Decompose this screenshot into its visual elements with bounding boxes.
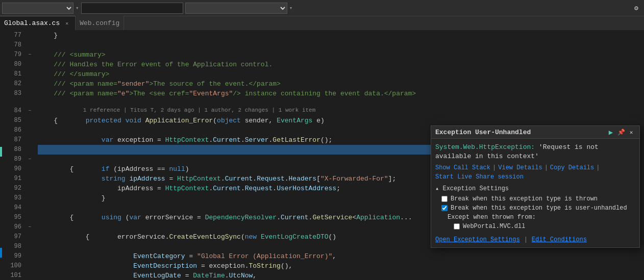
fold-99: [26, 251, 34, 261]
linenum-80: 80: [3, 60, 21, 69]
fold-93: [26, 193, 34, 203]
code-line-100: EventLogDate = DateTime.UtcNow,: [38, 261, 637, 271]
exception-footer: Open Exception Settings | Edit Condition…: [435, 234, 635, 243]
popup-pin-button[interactable]: 📌: [617, 128, 625, 136]
toolbar-separator-2: ▾: [289, 5, 293, 11]
linenum-ref: [3, 98, 21, 106]
fold-84[interactable]: −: [26, 106, 34, 116]
code-line-99: EventDescription = exception.ToString(),: [38, 251, 637, 261]
fold-column: − − − −: [26, 31, 34, 280]
code-line-78: [38, 40, 637, 50]
exception-type-name: System.Web.HttpException:: [435, 143, 535, 151]
linenum-93: 93: [3, 193, 21, 203]
code-line-79: /// <summary>: [38, 50, 637, 60]
toolbar: ▾ ▾ ⚙: [0, 0, 644, 16]
fold-98: [26, 242, 34, 251]
code-line-80: /// Handles the Error event of the Appli…: [38, 60, 637, 69]
show-call-stack-link[interactable]: Show Call Stack: [435, 164, 490, 171]
code-line-101: EventSourceDescription = $"{ipAddress} |…: [38, 271, 637, 280]
break-when-thrown-checkbox[interactable]: [441, 196, 448, 202]
popup-controls: ▶ 📌 ✕: [607, 128, 635, 136]
line-numbers: 77 78 79 80 81 82 83 84 85 86 87 88 89 9…: [3, 31, 26, 280]
exception-type: System.Web.HttpException: 'Request is no…: [435, 143, 635, 161]
dll-checkbox[interactable]: [454, 223, 460, 230]
fold-77: [26, 31, 34, 40]
linenum-81: 81: [3, 69, 21, 79]
code-line-83: /// <param name="e">The <see cref="Event…: [38, 89, 637, 98]
code-line-81: /// </summary>: [38, 69, 637, 79]
fold-88: [26, 145, 34, 155]
fold-91: [26, 174, 34, 184]
fold-100: [26, 261, 34, 271]
fold-87: [26, 135, 34, 145]
tab-label-global-asax: Global.asax.cs: [4, 19, 60, 27]
settings-icon[interactable]: ⚙: [631, 3, 642, 14]
popup-play-button[interactable]: ▶: [607, 128, 615, 136]
fold-90: [26, 164, 34, 174]
toolbar-search-input[interactable]: [81, 3, 183, 14]
linenum-79: 79: [3, 50, 21, 60]
linenum-100: 100: [3, 261, 21, 271]
except-when-label: Except when thrown from:: [435, 213, 635, 222]
fold-89[interactable]: −: [26, 155, 34, 164]
toolbar-dropdown-2[interactable]: [185, 3, 287, 14]
break-when-unhandled-row: Break when this exception type is user-u…: [435, 203, 635, 213]
tab-close-global-asax[interactable]: ✕: [63, 19, 71, 28]
footer-sep: |: [524, 236, 528, 243]
fold-ref: [26, 98, 34, 106]
linenum-84: 84: [3, 106, 21, 116]
open-exception-settings-link[interactable]: Open Exception Settings: [435, 236, 520, 243]
fold-85: [26, 116, 34, 125]
linenum-88: 88: [3, 145, 21, 155]
popup-titlebar: Exception User-Unhandled ▶ 📌 ✕: [431, 126, 639, 139]
tab-global-asax[interactable]: Global.asax.cs ✕: [0, 16, 76, 30]
exception-settings-title: ▴ Exception Settings: [435, 185, 635, 192]
fold-92: [26, 184, 34, 193]
fold-82: [26, 79, 34, 89]
linenum-95: 95: [3, 213, 21, 222]
tab-web-config[interactable]: Web.config: [76, 16, 124, 30]
linenum-98: 98: [3, 242, 21, 251]
linenum-89: 89: [3, 155, 21, 164]
fold-79[interactable]: −: [26, 50, 34, 60]
fold-86: [26, 125, 34, 135]
linenum-91: 91: [3, 174, 21, 184]
tab-label-web-config: Web.config: [80, 19, 119, 27]
break-when-thrown-row: Break when this exception type is thrown: [435, 194, 635, 203]
linenum-92: 92: [3, 184, 21, 193]
linenum-83: 83: [3, 89, 21, 98]
code-line-84: protected void Application_Error(object …: [38, 106, 637, 116]
blue-indicator: [0, 248, 2, 258]
exception-links: Show Call Stack | View Details | Copy De…: [435, 164, 635, 181]
exception-settings-section: ▴ Exception Settings Break when this exc…: [435, 185, 635, 231]
break-when-unhandled-checkbox[interactable]: [441, 205, 448, 211]
toolbar-separator-1: ▾: [76, 5, 79, 11]
fold-97: [26, 232, 34, 242]
fold-78: [26, 40, 34, 50]
tab-bar: Global.asax.cs ✕ Web.config: [0, 16, 644, 31]
link-sep-2: |: [544, 164, 548, 171]
dll-row: WebPortal.MVC.dll: [435, 222, 635, 231]
start-live-share-link[interactable]: Start Live Share session: [435, 173, 524, 181]
linenum-101: 101: [3, 271, 21, 280]
linenum-77: 77: [3, 31, 21, 40]
editor-container: 77 78 79 80 81 82 83 84 85 86 87 88 89 9…: [0, 31, 644, 280]
copy-details-link[interactable]: Copy Details: [550, 164, 594, 171]
code-line-77: }: [38, 31, 637, 40]
fold-96[interactable]: −: [26, 222, 34, 232]
fold-83: [26, 89, 34, 98]
section-triangle: ▴: [435, 185, 439, 192]
linenum-78: 78: [3, 40, 21, 50]
linenum-96: 96: [3, 222, 21, 232]
toolbar-dropdown-1[interactable]: [2, 3, 73, 14]
popup-close-button[interactable]: ✕: [627, 128, 635, 136]
linenum-85: 85: [3, 116, 21, 125]
dll-label: WebPortal.MVC.dll: [463, 223, 525, 230]
edit-conditions-link[interactable]: Edit Conditions: [532, 236, 587, 243]
fold-81: [26, 69, 34, 79]
fold-95: [26, 213, 34, 222]
linenum-82: 82: [3, 79, 21, 89]
linenum-94: 94: [3, 203, 21, 213]
indicator-strip: [0, 31, 3, 280]
view-details-link[interactable]: View Details: [498, 164, 542, 171]
